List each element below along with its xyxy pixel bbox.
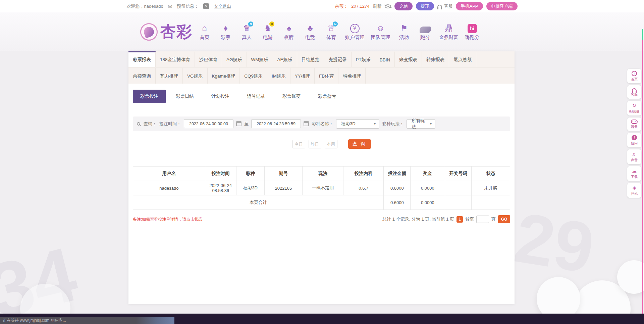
withdraw-button[interactable]: 提现: [416, 2, 434, 10]
headset-icon: [437, 5, 442, 8]
report-tab-label: 瓦力棋牌: [160, 73, 178, 79]
nav-item[interactable]: ♠ 棋牌: [282, 23, 297, 41]
table-header-cell: 状态: [472, 167, 510, 181]
lottery-subtab[interactable]: 彩票投注: [133, 90, 166, 103]
report-tab[interactable]: 返点总额: [449, 51, 476, 67]
logo-text[interactable]: 杏彩: [160, 21, 193, 42]
report-tab[interactable]: CQ9娱乐: [240, 67, 267, 84]
report-tab[interactable]: 转账报表: [422, 51, 449, 67]
lottery-name-select[interactable]: 福彩3D ▼: [336, 119, 379, 129]
pc-client-button[interactable]: 电脑客户端: [486, 2, 518, 10]
report-tab[interactable]: 账变报表: [395, 51, 422, 67]
quick-date-button[interactable]: 今日: [292, 140, 305, 148]
report-tab[interactable]: AG娱乐: [222, 51, 247, 67]
lottery-subtab[interactable]: 追号记录: [239, 90, 272, 103]
lottery-subtab[interactable]: 计划投注: [204, 90, 237, 103]
scrollbar-thumb[interactable]: [642, 29, 643, 40]
nav-item[interactable]: 跑分: [418, 27, 433, 41]
lottery-subtab-label: 计划投注: [211, 94, 229, 99]
hide-balance-eye-icon[interactable]: [385, 4, 391, 8]
report-tab[interactable]: 188金宝博体育: [156, 51, 195, 67]
nav-item-label: 账户管理: [345, 34, 365, 41]
play-type-select[interactable]: 所有玩法 ▼: [407, 119, 435, 129]
report-tab[interactable]: 彩票报表: [128, 51, 156, 67]
lottery-subtab[interactable]: 彩票账变: [275, 90, 308, 103]
sidebar-item[interactable]: ☁ 下载: [627, 166, 641, 181]
report-tab[interactable]: WM娱乐: [247, 51, 273, 67]
recharge-button[interactable]: 充值: [394, 2, 413, 10]
report-tab[interactable]: 日结总览: [297, 51, 324, 67]
refresh-balance-link[interactable]: 刷新: [373, 3, 381, 9]
nav-item[interactable]: ♞ H 电游: [261, 23, 275, 41]
nav-item-label: 金鼎财富: [439, 34, 459, 41]
nav-item[interactable]: ♦ 彩票: [218, 23, 233, 41]
nav-item[interactable]: ⚑ 活动: [397, 23, 412, 41]
nav-item-label: 团队管理: [371, 34, 390, 41]
logout-link[interactable]: 安全退出: [214, 3, 231, 9]
lottery-subtabs: 彩票投注 彩票日结 计划投注 追号记录 彩票账变 彩票盈亏: [133, 90, 510, 103]
quick-date-button[interactable]: 本周: [325, 140, 337, 148]
sidebar-item[interactable]: ! 疑问: [627, 133, 641, 147]
scrollbar-track[interactable]: [642, 40, 643, 324]
report-tab-label: PT娱乐: [356, 57, 371, 63]
report-tab[interactable]: 瓦力棋牌: [156, 67, 183, 84]
search-button[interactable]: 查 询: [348, 139, 371, 149]
report-tab[interactable]: VG娱乐: [183, 67, 208, 84]
cell-status[interactable]: 未开奖: [472, 181, 510, 195]
mobile-app-button[interactable]: 手机APP: [456, 2, 483, 10]
mail-icon[interactable]: ✉: [168, 3, 172, 9]
report-tab[interactable]: Kgame棋牌: [208, 67, 240, 84]
quick-date-button[interactable]: 昨日: [309, 140, 321, 148]
chevron-down-icon: ▼: [429, 122, 432, 126]
report-tab[interactable]: 余额查询: [128, 67, 156, 84]
nav-item[interactable]: ♕ N 体育: [324, 23, 339, 41]
note-text: 备注:如需查看投注单详情，请点击状态: [133, 217, 202, 222]
lottery-subtab[interactable]: 彩票日结: [168, 90, 201, 103]
sidebar-item-icon: ↻: [628, 103, 641, 108]
current-page-button[interactable]: 1: [457, 216, 463, 223]
browser-status-text: 正在等待 www.jmjhlsj.com 的响应...: [0, 317, 174, 324]
table-header-cell: 彩种: [236, 167, 264, 181]
report-tab[interactable]: PT娱乐: [352, 51, 375, 67]
summary-prize: 0.0000: [411, 195, 445, 210]
nav-icon: ☺: [376, 23, 385, 33]
nav-item[interactable]: hi 嗨跑分: [465, 24, 480, 41]
nav-item[interactable]: ☺ 团队管理: [371, 23, 390, 41]
bet-time-to-input[interactable]: [251, 119, 301, 128]
calendar-icon[interactable]: [236, 121, 241, 126]
nav-item[interactable]: ♛ N 真人: [239, 23, 254, 41]
customer-service-link[interactable]: 客服: [437, 3, 452, 9]
nav-icon: hi: [468, 24, 477, 33]
report-tab[interactable]: YY棋牌: [290, 67, 315, 84]
report-tab[interactable]: AE娱乐: [273, 51, 297, 67]
sidebar-item[interactable]: ◈ 挂机: [627, 183, 641, 198]
go-button[interactable]: GO: [498, 215, 510, 223]
lottery-subtab[interactable]: 彩票盈亏: [311, 90, 343, 103]
sidebar-item[interactable]: ↑ 首页: [627, 69, 641, 83]
goto-page-input[interactable]: [476, 216, 489, 223]
calendar-icon[interactable]: [304, 121, 309, 126]
balance-value: 207.1274: [351, 4, 369, 9]
report-tab[interactable]: 特免棋牌: [338, 67, 366, 84]
report-tab[interactable]: FB体育: [315, 67, 338, 84]
sidebar-item-label: 聊天: [628, 125, 641, 129]
nav-item[interactable]: ¥ 账户管理: [345, 24, 365, 41]
nav-item[interactable]: ♣ 电竞: [303, 23, 318, 41]
sidebar-item-label: 下载: [628, 175, 641, 179]
play-type-value: 所有玩法: [412, 118, 427, 130]
edit-pencil-icon[interactable]: ✎: [203, 3, 209, 9]
report-tab[interactable]: 充提记录: [324, 51, 352, 67]
report-tab-label: AG娱乐: [226, 57, 242, 63]
sidebar-item[interactable]: ↻ IM充值: [627, 101, 641, 115]
report-tab[interactable]: 沙巴体育: [195, 51, 222, 67]
report-tab-label: 沙巴体育: [199, 57, 217, 63]
logo-emblem-icon[interactable]: [140, 23, 158, 41]
sidebar-item[interactable]: 客服: [627, 85, 641, 99]
report-tab[interactable]: IM娱乐: [267, 67, 290, 84]
bet-time-from-input[interactable]: [184, 119, 233, 128]
sidebar-item[interactable]: ♬ 声音: [627, 149, 641, 164]
report-tab[interactable]: BBIN: [375, 51, 395, 67]
sidebar-item[interactable]: ⋯ 聊天: [627, 118, 641, 131]
nav-item[interactable]: ⌂ 首页: [197, 23, 212, 41]
nav-item[interactable]: 鼎 金鼎财富: [439, 23, 459, 41]
